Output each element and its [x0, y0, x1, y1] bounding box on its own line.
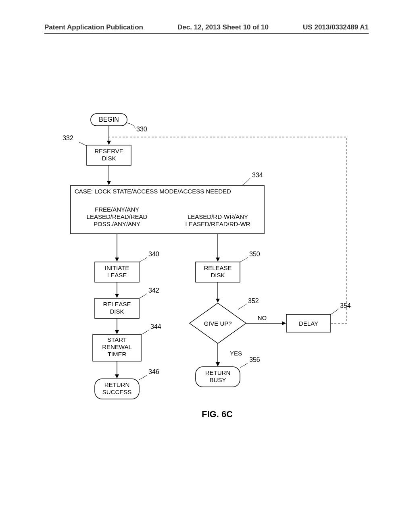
page-header: Patent Application Publication Dec. 12, … — [44, 23, 369, 31]
node-return-success: RETURN SUCCESS — [95, 379, 139, 399]
ref-334: 334 — [252, 172, 263, 179]
node-initiate-lease: INITIATE LEASE — [95, 262, 139, 282]
svg-text:RETURN: RETURN — [104, 381, 130, 388]
node-release-disk-right: RELEASE DISK — [196, 262, 240, 282]
node-case: CASE: LOCK STATE/ACCESS MODE/ACCESS NEED… — [71, 185, 264, 234]
svg-line-5 — [79, 142, 87, 146]
ref-352: 352 — [248, 297, 259, 304]
node-delay: DELAY — [286, 314, 331, 332]
svg-text:BUSY: BUSY — [210, 376, 226, 383]
header-rule — [44, 33, 369, 34]
header-mid: Dec. 12, 2013 Sheet 10 of 10 — [177, 23, 269, 31]
svg-text:RELEASE: RELEASE — [103, 301, 131, 308]
svg-text:LEASED/READ/READ: LEASED/READ/READ — [87, 213, 148, 220]
svg-text:TIMER: TIMER — [108, 351, 127, 357]
svg-text:SUCCESS: SUCCESS — [102, 389, 132, 395]
ref-340: 340 — [148, 251, 159, 258]
svg-text:DISK: DISK — [211, 272, 225, 278]
page: Patent Application Publication Dec. 12, … — [0, 0, 413, 532]
svg-text:INITIATE: INITIATE — [105, 264, 129, 271]
figure-caption: FIG. 6C — [202, 409, 233, 419]
svg-text:DISK: DISK — [102, 155, 116, 162]
node-reserve-disk: RESERVE DISK — [87, 145, 131, 165]
ref-354: 354 — [340, 302, 351, 309]
svg-text:RENEWAL: RENEWAL — [102, 343, 132, 350]
ref-356: 356 — [249, 356, 260, 363]
header-right: US 2013/0332489 A1 — [303, 23, 369, 31]
flowchart: BEGIN 330 RESERVE DISK 332 CASE: LOCK ST… — [48, 113, 371, 447]
node-give-up: GIVE UP? — [190, 303, 246, 343]
svg-text:LEASED/READ/RD-WR: LEASED/READ/RD-WR — [186, 220, 250, 227]
node-release-disk-left: RELEASE DISK — [95, 298, 139, 318]
svg-text:RELEASE: RELEASE — [204, 264, 232, 271]
ref-346: 346 — [148, 368, 159, 375]
svg-text:RETURN: RETURN — [205, 369, 231, 376]
node-begin: BEGIN — [91, 114, 127, 126]
ref-342: 342 — [148, 287, 159, 294]
begin-text: BEGIN — [99, 116, 119, 123]
svg-text:LEASED/RD-WR/ANY: LEASED/RD-WR/ANY — [188, 213, 248, 220]
svg-text:RESERVE: RESERVE — [94, 148, 123, 154]
node-return-busy: RETURN BUSY — [196, 367, 240, 387]
svg-text:CASE: LOCK STATE/ACCESS MODE/A: CASE: LOCK STATE/ACCESS MODE/ACCESS NEED… — [75, 188, 231, 195]
svg-text:START: START — [107, 336, 127, 343]
ref-332: 332 — [63, 135, 73, 141]
svg-text:LEASE: LEASE — [107, 272, 127, 278]
svg-text:FREE/ANY/ANY: FREE/ANY/ANY — [95, 206, 139, 213]
svg-text:GIVE UP?: GIVE UP? — [204, 320, 232, 327]
edge-no: NO — [258, 314, 267, 321]
edge-yes: YES — [230, 350, 242, 357]
svg-text:POSS./ANY/ANY: POSS./ANY/ANY — [94, 220, 140, 227]
svg-text:DELAY: DELAY — [299, 320, 318, 327]
ref-330: 330 — [136, 126, 147, 133]
ref-350: 350 — [249, 251, 260, 258]
header-left: Patent Application Publication — [44, 23, 143, 31]
ref-344: 344 — [150, 323, 161, 330]
svg-text:DISK: DISK — [110, 308, 124, 315]
node-start-renewal-timer: START RENEWAL TIMER — [93, 335, 141, 361]
